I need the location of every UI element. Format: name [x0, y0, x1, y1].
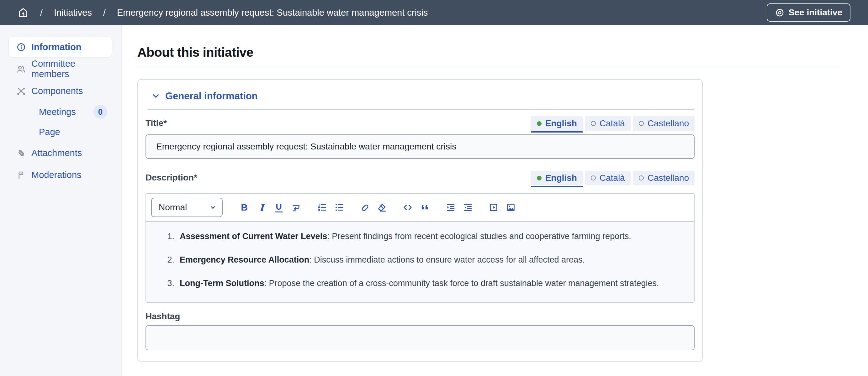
italic-icon: I [259, 202, 264, 213]
language-tab-label: Castellano [648, 118, 689, 129]
list-item: 2. Emergency Resource Allocation: Discus… [160, 253, 675, 267]
chevron-down-icon [151, 92, 160, 101]
hashtag-input[interactable] [146, 325, 694, 350]
language-tab-catala[interactable]: Català [585, 171, 631, 185]
ordered-list-button[interactable] [316, 202, 327, 213]
info-icon [16, 42, 26, 52]
blockquote-button[interactable]: “ [420, 202, 430, 213]
see-initiative-label: See initiative [789, 7, 842, 18]
editor-toolbar: Normal B I U [146, 194, 694, 221]
description-label: Description* [146, 173, 197, 185]
sidebar-item-label: Moderations [31, 170, 82, 180]
indent-increase-icon [445, 202, 456, 212]
language-tab-label: Català [599, 173, 625, 183]
rich-text-editor: Normal B I U [146, 193, 694, 303]
meetings-count-badge: 0 [93, 105, 107, 119]
breadcrumb-separator: / [103, 7, 106, 18]
image-button[interactable] [505, 202, 516, 213]
eraser-icon [377, 202, 387, 212]
language-tab-label: English [545, 173, 577, 183]
language-tab-english[interactable]: English [531, 116, 583, 131]
outdent-button[interactable] [463, 202, 473, 213]
language-tabs-description: English Català Castellano [531, 171, 694, 185]
empty-circle-icon [639, 175, 644, 180]
section-title: General information [165, 91, 258, 102]
indent-button[interactable] [445, 202, 456, 213]
list-item: 1. Assessment of Current Water Levels: P… [160, 229, 675, 243]
page-title: About this initiative [137, 45, 868, 60]
home-icon[interactable] [18, 7, 29, 18]
language-tab-catala[interactable]: Català [585, 116, 631, 131]
sidebar-item-label: Committee members [31, 59, 112, 79]
video-button[interactable] [488, 202, 499, 213]
main-content: About this initiative General informatio… [122, 25, 868, 376]
breadcrumb-separator: / [40, 7, 43, 18]
bullet-list-button[interactable] [334, 202, 344, 213]
italic-button[interactable]: I [256, 202, 267, 213]
video-icon [489, 202, 499, 212]
sidebar-item-information[interactable]: Information [9, 37, 112, 57]
quote-icon: “ [421, 205, 430, 215]
paragraph-style-select[interactable]: Normal [151, 198, 223, 217]
hashtag-label: Hashtag [146, 311, 694, 321]
language-tab-english[interactable]: English [531, 171, 583, 185]
empty-circle-icon [639, 121, 644, 126]
list-item-number: 1. [160, 229, 174, 243]
link-button[interactable] [360, 202, 370, 213]
language-tab-castellano[interactable]: Castellano [633, 116, 694, 131]
description-editor-content[interactable]: 1. Assessment of Current Water Levels: P… [146, 221, 694, 302]
title-label: Title* [146, 118, 167, 131]
sidebar: Information Committee members [0, 25, 122, 376]
line-break-icon [291, 202, 301, 212]
filled-dot-icon [537, 176, 541, 180]
language-tab-castellano[interactable]: Castellano [633, 171, 694, 185]
list-item-text: Assessment of Current Water Levels: Pres… [180, 229, 631, 243]
paperclip-icon [16, 148, 26, 158]
underline-button[interactable]: U [274, 202, 284, 213]
list-item-text: Emergency Resource Allocation: Discuss i… [180, 253, 585, 267]
language-tab-label: Català [599, 118, 625, 129]
heading-divider [137, 67, 838, 67]
sidebar-item-components[interactable]: Components [9, 81, 112, 101]
chevron-down-icon [209, 203, 217, 211]
list-item: 3. Long-Term Solutions: Propose the crea… [160, 276, 675, 290]
clear-formatting-button[interactable] [377, 202, 387, 213]
bold-icon: B [241, 202, 248, 213]
language-tabs-title: English Català Castellano [531, 116, 694, 131]
flag-icon [16, 170, 26, 180]
sidebar-item-label: Components [31, 86, 83, 96]
line-break-button[interactable] [291, 202, 301, 213]
general-information-toggle[interactable]: General information [146, 91, 694, 102]
breadcrumb-current-page: Emergency regional assembly request: Sus… [117, 7, 428, 18]
sidebar-item-attachments[interactable]: Attachments [9, 143, 112, 163]
breadcrumb-initiatives-link[interactable]: Initiatives [54, 7, 92, 18]
sidebar-item-committee-members[interactable]: Committee members [9, 59, 112, 79]
see-initiative-button[interactable]: See initiative [767, 3, 850, 22]
list-item-number: 2. [160, 253, 174, 267]
code-button[interactable] [402, 202, 413, 213]
sidebar-item-label: Information [31, 42, 82, 52]
link-icon [360, 202, 370, 212]
ordered-list-icon [317, 202, 327, 212]
sidebar-item-meetings[interactable]: Meetings 0 [9, 103, 112, 121]
image-icon [506, 202, 516, 212]
components-tools-icon [16, 86, 26, 96]
language-tab-label: Castellano [648, 173, 689, 183]
section-divider [147, 109, 694, 110]
paragraph-style-value: Normal [159, 202, 187, 212]
bold-button[interactable]: B [239, 202, 250, 213]
eye-icon [775, 8, 784, 18]
title-input[interactable] [146, 134, 694, 159]
topbar: / Initiatives / Emergency regional assem… [0, 0, 868, 25]
code-icon [403, 202, 413, 212]
filled-dot-icon [537, 121, 541, 126]
sidebar-item-label: Attachments [31, 148, 82, 158]
sidebar-item-moderations[interactable]: Moderations [9, 165, 112, 185]
general-information-card: General information Title* English Catal… [137, 79, 703, 362]
list-item-number: 3. [160, 276, 174, 290]
bullet-list-icon [334, 202, 344, 212]
language-tab-label: English [545, 118, 577, 129]
indent-decrease-icon [463, 202, 473, 212]
sidebar-item-page[interactable]: Page [9, 123, 112, 141]
list-item-text: Long-Term Solutions: Propose the creatio… [180, 276, 659, 290]
